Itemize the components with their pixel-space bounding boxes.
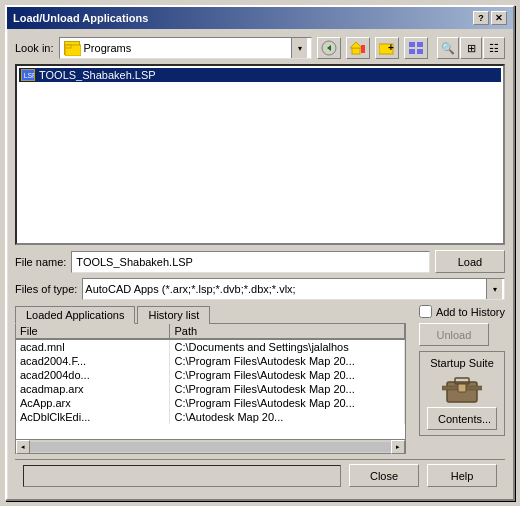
look-in-row: Look in: Programs ▾ (15, 37, 505, 59)
briefcase-icon (442, 372, 482, 404)
table-row[interactable]: acad2004do...C:\Program Files\Autodesk M… (16, 368, 404, 382)
file-name-input[interactable] (71, 251, 430, 273)
startup-suite-box: Startup Suite Contents... (419, 351, 505, 436)
tabs-section: Loaded Applications History list File Pa… (15, 305, 406, 454)
svg-rect-6 (361, 45, 365, 53)
bottom-bar: Close Help (15, 459, 505, 491)
files-of-type-label: Files of type: (15, 283, 77, 295)
unload-button[interactable]: Unload (419, 323, 489, 346)
view-btn-2[interactable]: ⊞ (460, 37, 482, 59)
svg-rect-1 (65, 45, 71, 48)
svg-text:+: + (388, 42, 394, 53)
dialog-window: Load/Unload Applications ? ✕ Look in: Pr… (5, 5, 515, 501)
view-button[interactable] (404, 37, 428, 59)
tabs-and-panel-row: Loaded Applications History list File Pa… (15, 305, 505, 454)
svg-rect-4 (352, 48, 360, 54)
title-bar-buttons: ? ✕ (473, 11, 507, 25)
right-panel: Add to History Unload Startup Suite Cont… (414, 305, 505, 436)
look-in-arrow[interactable]: ▾ (291, 38, 307, 58)
files-of-type-arrow[interactable]: ▾ (486, 279, 502, 299)
app-table: File Path acad.mnlC:\Documents and Setti… (16, 324, 405, 424)
tab-header: Loaded Applications History list (15, 306, 406, 324)
col-path: Path (170, 324, 404, 339)
title-bar-text: Load/Unload Applications (13, 12, 148, 24)
close-title-button[interactable]: ✕ (491, 11, 507, 25)
tab-content: File Path acad.mnlC:\Documents and Setti… (15, 323, 406, 454)
view-btn-3[interactable]: ☷ (483, 37, 505, 59)
svg-rect-18 (458, 384, 466, 392)
table-wrapper[interactable]: File Path acad.mnlC:\Documents and Setti… (16, 324, 405, 439)
files-of-type-row: Files of type: AutoCAD Apps (*.arx;*.lsp… (15, 278, 505, 300)
close-button[interactable]: Close (349, 464, 419, 487)
table-row[interactable]: acad.mnlC:\Documents and Settings\jalalh… (16, 339, 404, 354)
dialog-body: Look in: Programs ▾ (7, 29, 513, 499)
cell-file: acad.mnl (16, 339, 170, 354)
svg-rect-9 (409, 42, 415, 47)
cell-path: C:\Documents and Settings\jalalhos (170, 339, 404, 354)
cell-path: C:\Program Files\Autodesk Map 20... (170, 382, 404, 396)
tab-loaded-applications[interactable]: Loaded Applications (15, 306, 135, 324)
tab-history-list[interactable]: History list (137, 306, 210, 324)
files-of-type-value: AutoCAD Apps (*.arx;*.lsp;*.dvb;*.dbx;*.… (85, 283, 484, 295)
col-file: File (16, 324, 170, 339)
back-button[interactable] (317, 37, 341, 59)
new-folder-button[interactable]: + (375, 37, 399, 59)
title-bar: Load/Unload Applications ? ✕ (7, 7, 513, 29)
cell-file: acadmap.arx (16, 382, 170, 396)
table-row[interactable]: acad2004.F...C:\Program Files\Autodesk M… (16, 354, 404, 368)
help-button[interactable]: Help (427, 464, 497, 487)
cell-path: C:\Program Files\Autodesk Map 20... (170, 354, 404, 368)
add-to-history-label: Add to History (436, 306, 505, 318)
look-in-combo[interactable]: Programs ▾ (59, 37, 312, 59)
look-in-label: Look in: (15, 42, 54, 54)
scroll-right-button[interactable]: ▸ (391, 440, 405, 454)
cell-file: AcDblClkEdi... (16, 410, 170, 424)
status-field (23, 465, 341, 487)
files-of-type-combo[interactable]: AutoCAD Apps (*.arx;*.lsp;*.dvb;*.dbx;*.… (82, 278, 505, 300)
folder-icon (64, 41, 80, 55)
svg-text:LSP: LSP (24, 72, 34, 79)
add-to-history-row: Add to History (419, 305, 505, 318)
svg-rect-12 (417, 49, 423, 54)
cell-path: C:\Program Files\Autodesk Map 20... (170, 396, 404, 410)
cell-file: acad2004.F... (16, 354, 170, 368)
file-name-label: File name: (15, 256, 66, 268)
svg-rect-10 (417, 42, 423, 47)
file-item[interactable]: LSP TOOLS_Shabakeh.LSP (19, 68, 501, 82)
file-item-name: TOOLS_Shabakeh.LSP (39, 69, 156, 81)
svg-rect-11 (409, 49, 415, 54)
view-btn-1[interactable]: 🔍 (437, 37, 459, 59)
cell-file: acad2004do... (16, 368, 170, 382)
file-list-area: LSP TOOLS_Shabakeh.LSP (15, 64, 505, 245)
load-button[interactable]: Load (435, 250, 505, 273)
add-to-history-checkbox[interactable] (419, 305, 432, 318)
help-title-button[interactable]: ? (473, 11, 489, 25)
cell-file: AcApp.arx (16, 396, 170, 410)
contents-button[interactable]: Contents... (427, 407, 497, 430)
table-row[interactable]: AcDblClkEdi...C:\Autodesk Map 20... (16, 410, 404, 424)
table-row[interactable]: AcApp.arxC:\Program Files\Autodesk Map 2… (16, 396, 404, 410)
scroll-track[interactable] (30, 442, 391, 452)
scroll-left-button[interactable]: ◂ (16, 440, 30, 454)
cell-path: C:\Program Files\Autodesk Map 20... (170, 368, 404, 382)
file-name-row: File name: Load (15, 250, 505, 273)
up-button[interactable] (346, 37, 370, 59)
look-in-value: Programs (84, 42, 287, 54)
cell-path: C:\Autodesk Map 20... (170, 410, 404, 424)
svg-marker-5 (350, 42, 362, 48)
table-row[interactable]: acadmap.arxC:\Program Files\Autodesk Map… (16, 382, 404, 396)
file-icon: LSP (21, 69, 35, 81)
horizontal-scrollbar[interactable]: ◂ ▸ (16, 439, 405, 453)
startup-suite-label: Startup Suite (430, 357, 494, 369)
